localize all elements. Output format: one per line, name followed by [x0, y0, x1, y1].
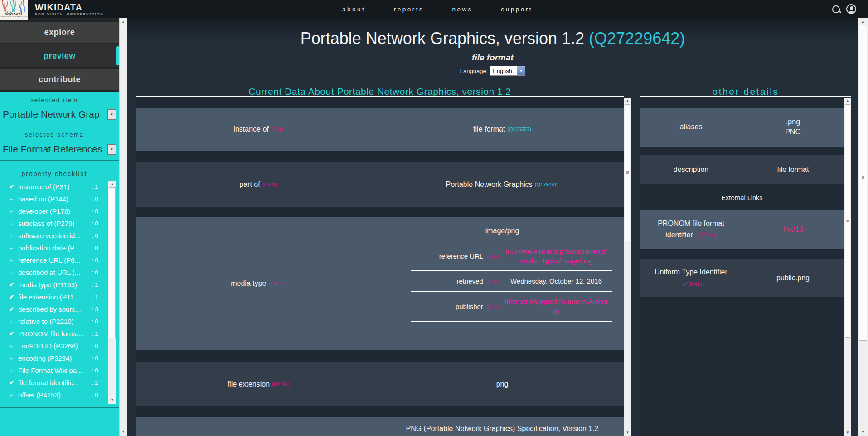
property-id-link[interactable]: (P813) [487, 279, 500, 284]
plus-icon: + [9, 269, 18, 276]
sidebar-button-explore[interactable]: explore [0, 22, 119, 43]
checklist-item[interactable]: + offset (P4153) : 0 [0, 389, 108, 401]
plus-icon: + [9, 244, 18, 252]
other-details-scrollbar[interactable]: ▲ ≡ ▼ [844, 98, 851, 436]
property-id-link[interactable]: (P1163) [268, 281, 286, 286]
checklist-item[interactable]: + publication date (P... : 0 [0, 242, 108, 254]
uti-row[interactable]: Uniform Type Identifier (P3641) public.p… [640, 259, 844, 297]
checklist-count: : 0 [92, 318, 108, 325]
checklist-item[interactable]: + described at URL (... : 0 [0, 266, 108, 279]
property-id-link[interactable]: (P123) [487, 305, 500, 310]
scroll-up-icon[interactable]: ▲ [844, 99, 851, 103]
nav-reports[interactable]: reports [394, 6, 424, 13]
item-qid-link[interactable]: (Q27229642) [589, 29, 685, 48]
plus-icon: + [9, 391, 18, 399]
page-scrollbar[interactable]: ▲ ≡ ▼ [858, 18, 868, 436]
dropdown-arrow-icon[interactable]: ▼ [517, 66, 525, 75]
selected-schema-select[interactable]: File Format References ▼ [3, 144, 116, 155]
nav-about[interactable]: about [342, 6, 365, 13]
explore-button-label: explore [44, 28, 75, 37]
alias-value: .png [785, 117, 801, 127]
scrollbar-thumb[interactable]: ≡ [845, 104, 850, 338]
scroll-down-icon[interactable]: ▼ [108, 398, 116, 402]
checklist-scrollbar[interactable]: ▲ ▼ [108, 181, 116, 404]
pronom-id-link[interactable]: fmt/13 [783, 225, 803, 235]
property-id-link[interactable]: (P31) [271, 127, 283, 132]
checklist-item[interactable]: ✔ file format identific... : 2 [0, 377, 108, 389]
content-left-scrollbar[interactable]: ▲ ▼ [119, 18, 127, 436]
checklist-item[interactable]: + developer (P178) : 0 [0, 205, 108, 217]
sidebar-button-preview[interactable]: preview [0, 44, 119, 67]
scroll-down-icon[interactable]: ▼ [120, 430, 127, 434]
nav-news[interactable]: news [452, 6, 473, 13]
scroll-up-icon[interactable]: ▲ [120, 20, 127, 24]
top-nav-links: about reports news support [342, 0, 533, 18]
checklist-item[interactable]: ✔ media type (P1163) : 1 [0, 279, 108, 291]
statement-row-instance-of[interactable]: instance of (P31) file format (Q235557) [136, 108, 624, 151]
checklist-item[interactable]: + software version id... : 0 [0, 230, 108, 242]
statement-row-partial[interactable]: PNG (Portable Network Graphics) Specific… [136, 417, 624, 436]
checklist-item[interactable]: + encoding (P3294) : 0 [0, 352, 108, 364]
scroll-up-icon[interactable]: ▲ [858, 20, 868, 24]
property-id-link[interactable]: (P2748) [697, 232, 717, 239]
aliases-row[interactable]: aliases .png PNG [640, 108, 844, 147]
description-row[interactable]: description file format [640, 155, 844, 184]
reference-row-publisher: publisher (P123) Internet Assigned Numbe… [411, 292, 612, 322]
plus-icon: + [9, 354, 18, 362]
wikidata-logo[interactable]: WIKIDATA FOR DIGITAL PRESERVATION [0, 0, 28, 20]
checklist-item[interactable]: ✔ described by sourc... : 3 [0, 303, 108, 315]
scroll-down-icon[interactable]: ▼ [624, 431, 631, 435]
pronom-value: fmt/13 [742, 210, 844, 249]
check-icon: ✔ [9, 281, 18, 288]
checklist-item[interactable]: ✔ instance of (P31) : 1 [0, 181, 108, 193]
current-data-scrollbar[interactable]: ▲ ≡ ▼ [624, 98, 631, 436]
checklist-item[interactable]: + LocFDD ID (P3266) : 0 [0, 340, 108, 352]
property-id-link[interactable]: (P854) [487, 255, 500, 260]
checklist-item[interactable]: + relative to (P2210) : 0 [0, 315, 108, 328]
publisher-link[interactable]: Internet Assigned Numbers Authority [500, 297, 612, 316]
search-icon[interactable] [832, 5, 840, 13]
statement-row-part-of[interactable]: part of (P361) Portable Network Graphics… [136, 162, 624, 207]
item-id-link[interactable]: (Q178051) [535, 182, 559, 187]
checklist-count: : 1 [92, 294, 108, 300]
user-account-icon[interactable] [846, 4, 856, 14]
property-cell: part of (P361) [136, 162, 381, 207]
item-id-link[interactable]: (Q235557) [507, 127, 531, 132]
dropdown-arrow-icon[interactable]: ▼ [107, 144, 116, 155]
checklist-count: : 0 [92, 392, 108, 398]
checklist-item[interactable]: ✔ file extension (P11... : 1 [0, 291, 108, 303]
scroll-down-icon[interactable]: ▼ [858, 430, 868, 435]
checklist-item[interactable]: + reference URL (P8... : 0 [0, 254, 108, 266]
scroll-up-icon[interactable]: ▲ [108, 182, 116, 186]
checklist-count: : 1 [92, 330, 108, 337]
pronom-label: PRONOM file format identifier (P2748) [640, 210, 742, 249]
property-id-link[interactable]: (P1195) [272, 382, 289, 387]
reference-url-link[interactable]: http://www.iana.org /assignments/media- … [500, 246, 612, 265]
statement-row-media-type[interactable]: media type (P1163) image/png reference U… [136, 217, 624, 350]
external-links-title: External Links [640, 194, 844, 201]
checklist-item[interactable]: + File Format Wiki pa... : 0 [0, 364, 108, 377]
checklist-item[interactable]: ✔ PRONOM file forma... : 1 [0, 328, 108, 340]
pronom-row[interactable]: PRONOM file format identifier (P2748) fm… [640, 210, 844, 249]
scrollbar-thumb[interactable] [109, 187, 116, 338]
nav-support[interactable]: support [501, 6, 533, 13]
scrollbar-thumb[interactable]: ≡ [859, 25, 867, 341]
checklist-count: : 0 [92, 343, 108, 349]
sidebar-button-contribute[interactable]: contribute [0, 69, 119, 90]
statement-row-file-extension[interactable]: file extension (P1195) png [136, 362, 624, 406]
checklist-item[interactable]: + subclass of (P279) : 0 [0, 217, 108, 230]
property-id-link[interactable]: (P361) [262, 182, 277, 187]
language-select[interactable]: English ▼ [490, 66, 525, 76]
value-cell: png [381, 362, 624, 406]
dropdown-arrow-icon[interactable]: ▼ [107, 109, 116, 120]
checklist-count: : 0 [92, 208, 108, 215]
checklist-item[interactable]: + based on (P144) : 0 [0, 193, 108, 205]
scrollbar-thumb[interactable]: ≡ [625, 104, 630, 241]
scrollbar-grip-icon: ≡ [845, 218, 850, 223]
scroll-up-icon[interactable]: ▲ [624, 99, 631, 103]
selected-item-select[interactable]: Portable Network Grap ▼ [3, 109, 116, 120]
property-id-link[interactable]: (P3641) [683, 281, 702, 287]
scroll-down-icon[interactable]: ▼ [844, 431, 851, 435]
checklist-count: : 0 [92, 232, 108, 239]
property-cell [136, 417, 381, 436]
